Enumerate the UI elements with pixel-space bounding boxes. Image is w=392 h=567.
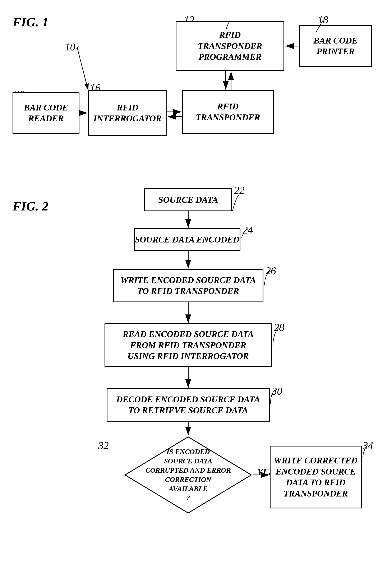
source-data-encoded-box: SOURCE DATA ENCODED xyxy=(134,228,240,251)
fig1-label: FIG. 1 xyxy=(13,15,48,29)
ref-24: 24 xyxy=(242,224,253,236)
rfid-transponder-box: RFID TRANSPONDER xyxy=(182,90,274,134)
write-corrected-box: WRITE CORRECTED ENCODED SOURCE DATA TO R… xyxy=(270,446,362,509)
bar-code-reader-box: BAR CODE READER xyxy=(13,92,79,134)
ref-18: 18 xyxy=(318,14,328,26)
fig2-label: FIG. 2 xyxy=(13,199,48,214)
decision-diamond: IS ENCODED SOURCE DATA CORRUPTED AND ERR… xyxy=(123,435,253,515)
diamond-text: IS ENCODED SOURCE DATA CORRUPTED AND ERR… xyxy=(140,444,236,506)
ref-10: 10 xyxy=(65,41,75,53)
ref-28: 28 xyxy=(274,321,284,333)
write-encoded-box: WRITE ENCODED SOURCE DATA TO RFID TRANSP… xyxy=(113,269,264,302)
ref-32: 32 xyxy=(98,439,109,451)
bar-code-printer-box: BAR CODE PRINTER xyxy=(299,25,372,67)
source-data-box: SOURCE DATA xyxy=(144,188,232,211)
rfid-programmer-box: RFID TRANSPONDER PROGRAMMER xyxy=(176,21,284,71)
page: FIG. 1 10 12 18 20 16 14 RFID TRANSPONDE… xyxy=(0,0,392,567)
ref-22: 22 xyxy=(234,184,245,196)
decode-encoded-box: DECODE ENCODED SOURCE DATA TO RETRIEVE S… xyxy=(107,388,270,422)
read-encoded-box: READ ENCODED SOURCE DATA FROM RFID TRANS… xyxy=(105,323,272,367)
rfid-interrogator-box: RFID INTERROGATOR xyxy=(88,90,167,136)
ref-30: 30 xyxy=(272,385,282,397)
ref-34: 34 xyxy=(363,439,373,451)
ref-26: 26 xyxy=(266,265,276,277)
